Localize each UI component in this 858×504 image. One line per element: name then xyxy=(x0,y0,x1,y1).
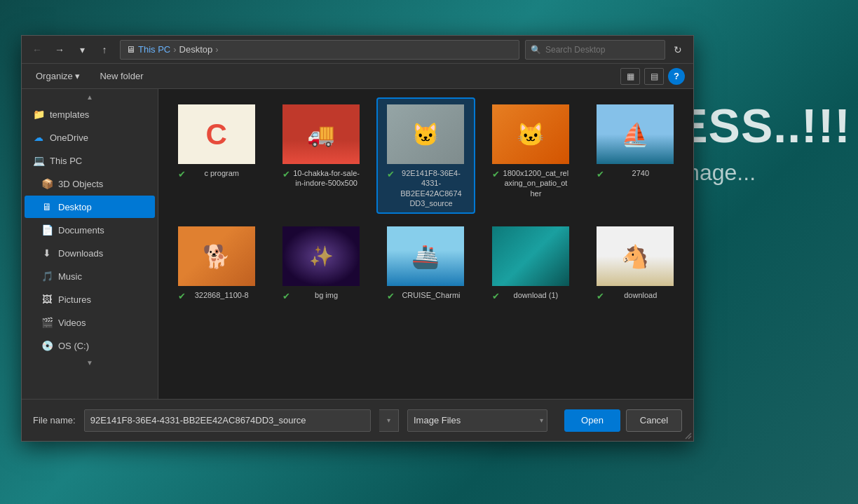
thumb-cruise-visual: 🚢 xyxy=(387,226,464,286)
sidebar-label-documents: Documents xyxy=(58,225,104,236)
sidebar-label-3dobjects: 3D Objects xyxy=(58,179,103,189)
sidebar-item-pictures[interactable]: 🖼 Pictures xyxy=(25,288,155,311)
file-label-cruise: ✔ CRUISE_Charmi xyxy=(387,290,464,301)
file-check-download: ✔ xyxy=(597,291,604,301)
refresh-button[interactable]: ↻ xyxy=(668,40,688,60)
sidebar-item-videos[interactable]: 🎬 Videos xyxy=(25,311,155,334)
file-check-bgimg: ✔ xyxy=(282,291,290,301)
file-thumb-boat2740: ⛵ xyxy=(597,104,674,164)
file-thumb-download: 🐴 xyxy=(597,226,674,286)
file-item-chakka[interactable]: 🚚 ✔ 10-chakka-for-sale-in-indore-500x500 xyxy=(271,97,370,214)
pictures-icon: 🖼 xyxy=(41,294,53,305)
file-label-download: ✔ download xyxy=(597,290,674,301)
file-check-boat2740: ✔ xyxy=(597,169,604,179)
content-area: ▲ 📁 templates ☁ OneDrive 💻 This PC 📦 3D … xyxy=(22,89,693,399)
sidebar-label-templates: templates xyxy=(50,109,89,120)
file-thumb-cat1800: 🐱 xyxy=(492,104,569,164)
help-button[interactable]: ? xyxy=(668,68,685,85)
scroll-up-indicator[interactable]: ▲ xyxy=(22,92,158,102)
file-check-download1: ✔ xyxy=(492,291,500,301)
breadcrumb-desktop[interactable]: Desktop xyxy=(179,44,213,55)
sidebar-item-templates[interactable]: 📁 templates xyxy=(25,103,155,125)
sidebar-label-onedrive: OneDrive xyxy=(50,132,88,143)
file-thumb-download1 xyxy=(492,226,569,286)
file-item-cruise[interactable]: 🚢 ✔ CRUISE_Charmi xyxy=(376,219,475,307)
back-button[interactable]: ← xyxy=(27,40,47,60)
sidebar-item-downloads[interactable]: ⬇ Downloads xyxy=(25,242,155,264)
file-label-uuid: ✔ 92E141F8-36E4-4331-BB2EE42AC8674DD3_so… xyxy=(387,168,464,208)
file-thumb-uuid: 🐱 xyxy=(387,104,464,164)
file-check-cprogram: ✔ xyxy=(178,169,186,179)
dialog-buttons: Open Cancel xyxy=(564,409,682,432)
file-thumb-chakka: 🚚 xyxy=(282,104,360,164)
view-grid-button[interactable]: ▦ xyxy=(620,68,640,85)
breadcrumb[interactable]: 🖥 This PC › Desktop › xyxy=(120,40,519,60)
file-item-download1[interactable]: ✔ download (1) xyxy=(481,219,580,307)
organize-button[interactable]: Organize ▾ xyxy=(30,68,86,84)
search-container: 🔍 xyxy=(525,40,665,60)
thumb-sailboat-visual: ⛵ xyxy=(597,104,674,164)
thumb-truck-visual: 🚚 xyxy=(282,104,360,164)
search-icon: 🔍 xyxy=(531,45,541,55)
file-check-cat1800: ✔ xyxy=(492,169,500,179)
file-item-boat2740[interactable]: ⛵ ✔ 2740 xyxy=(586,97,685,214)
filename-label: File name: xyxy=(33,415,76,425)
file-label-dog: ✔ 322868_1100-8 xyxy=(178,290,255,301)
breadcrumb-sep2: › xyxy=(215,44,218,55)
file-thumb-cprogram xyxy=(178,104,255,164)
file-item-cat1800[interactable]: 🐱 ✔ 1800x1200_cat_relaxing_on_patio_othe… xyxy=(481,97,580,214)
sidebar-item-3dobjects[interactable]: 📦 3D Objects xyxy=(25,172,155,195)
thumb-horse-visual: 🐴 xyxy=(597,226,674,286)
file-name-bgimg: bg img xyxy=(293,290,360,300)
file-thumb-dog: 🐕 xyxy=(178,226,255,286)
sidebar-item-osc[interactable]: 💿 OS (C:) xyxy=(25,334,155,357)
file-name-cruise: CRUISE_Charmi xyxy=(397,290,464,300)
dropdown-button[interactable]: ▾ xyxy=(72,40,92,60)
cancel-button[interactable]: Cancel xyxy=(626,409,682,432)
file-item-bgimg[interactable]: ✨ ✔ bg img xyxy=(271,219,370,307)
filetype-select[interactable]: Image Files xyxy=(407,409,547,432)
bg-text-line2: image... xyxy=(676,160,851,186)
breadcrumb-thispc[interactable]: This PC xyxy=(138,44,170,55)
file-grid-container: ✔ c program 🚚 ✔ 10-chakka-for-sale-in-in… xyxy=(158,89,693,399)
file-check-chakka: ✔ xyxy=(282,169,290,179)
downloads-icon: ⬇ xyxy=(41,247,53,259)
sidebar-item-music[interactable]: 🎵 Music xyxy=(25,265,155,287)
sidebar-item-onedrive[interactable]: ☁ OneDrive xyxy=(25,126,155,149)
up-button[interactable]: ↑ xyxy=(95,40,114,60)
file-open-dialog: ← → ▾ ↑ 🖥 This PC › Desktop › 🔍 ↻ Organi… xyxy=(21,35,694,442)
open-button[interactable]: Open xyxy=(564,409,620,432)
view-list-button[interactable]: ▤ xyxy=(644,68,664,85)
sidebar: ▲ 📁 templates ☁ OneDrive 💻 This PC 📦 3D … xyxy=(22,89,158,399)
filename-dropdown-button[interactable]: ▾ xyxy=(379,409,399,432)
breadcrumb-sep1: › xyxy=(173,44,176,55)
view-controls: ▦ ▤ ? xyxy=(620,68,685,85)
desktop-icon: 🖥 xyxy=(41,201,53,212)
breadcrumb-icon: 🖥 xyxy=(126,44,135,55)
file-item-cprogram[interactable]: ✔ c program xyxy=(167,97,266,214)
file-label-cat1800: ✔ 1800x1200_cat_relaxing_on_patio_other xyxy=(492,168,569,198)
sidebar-label-osc: OS (C:) xyxy=(58,341,89,351)
sidebar-item-desktop[interactable]: 🖥 Desktop xyxy=(25,196,155,218)
file-name-dog: 322868_1100-8 xyxy=(189,290,255,300)
filename-input[interactable] xyxy=(84,409,371,432)
file-item-download[interactable]: 🐴 ✔ download xyxy=(586,219,685,307)
documents-icon: 📄 xyxy=(41,224,53,236)
sidebar-item-thispc[interactable]: 💻 This PC xyxy=(25,149,155,172)
thumb-dog-visual: 🐕 xyxy=(178,226,255,286)
forward-button[interactable]: → xyxy=(50,40,69,60)
file-item-dog[interactable]: 🐕 ✔ 322868_1100-8 xyxy=(167,219,266,307)
scroll-down-indicator[interactable]: ▼ xyxy=(22,357,158,368)
resize-handle[interactable] xyxy=(682,430,693,441)
file-label-chakka: ✔ 10-chakka-for-sale-in-indore-500x500 xyxy=(282,168,360,189)
sidebar-item-documents[interactable]: 📄 Documents xyxy=(25,219,155,241)
file-name-download1: download (1) xyxy=(503,290,569,300)
new-folder-button[interactable]: New folder xyxy=(94,68,149,84)
search-input[interactable] xyxy=(525,40,665,60)
action-bar: Organize ▾ New folder ▦ ▤ ? xyxy=(22,64,693,89)
music-icon: 🎵 xyxy=(41,271,53,282)
file-name-cat1800: 1800x1200_cat_relaxing_on_patio_other xyxy=(503,168,569,198)
videos-icon: 🎬 xyxy=(41,317,53,328)
thumb-cprogram-visual xyxy=(178,104,255,164)
file-item-uuid[interactable]: 🐱 ✔ 92E141F8-36E4-4331-BB2EE42AC8674DD3_… xyxy=(376,97,475,214)
